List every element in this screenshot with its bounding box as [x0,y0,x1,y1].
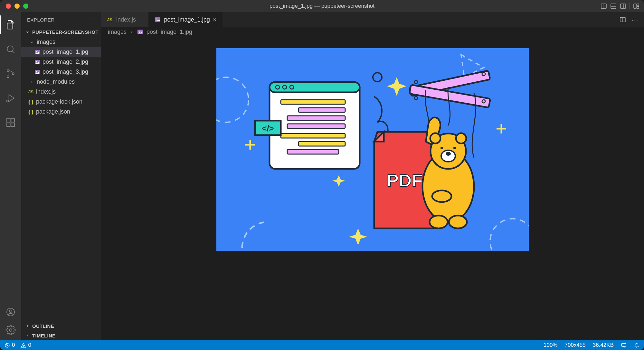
svg-rect-54 [298,108,345,112]
svg-point-16 [7,100,9,102]
svg-point-13 [7,76,9,78]
status-problems[interactable]: 0 0 [5,342,31,348]
activity-accounts[interactable] [0,306,21,318]
image-file-icon [155,17,161,22]
svg-rect-57 [281,134,345,138]
status-filesize[interactable]: 36.42KB [593,342,614,348]
file-tree: PUPPETEER-SCREENSHOT images post_image_1… [21,27,101,321]
svg-point-27 [36,61,37,62]
svg-rect-19 [11,123,14,126]
toggle-primary-sidebar-icon[interactable] [601,3,607,9]
svg-rect-18 [7,123,10,126]
toggle-panel-icon[interactable] [610,3,617,9]
activity-source-control[interactable] [0,64,21,83]
explorer-more-icon[interactable]: ··· [89,16,95,23]
editor-tabs: JS index.js × post_image_1.jpg × ··· [101,12,644,27]
svg-point-78 [430,216,448,228]
section-timeline[interactable]: TIMELINE [21,331,101,340]
svg-rect-56 [287,124,345,128]
svg-rect-8 [637,6,639,8]
chevron-right-icon [130,30,134,34]
window-close-button[interactable] [6,4,11,9]
status-bell-icon[interactable] [634,342,639,348]
toggle-secondary-sidebar-icon[interactable] [620,3,626,9]
tab-post-image-1[interactable]: post_image_1.jpg × [149,12,223,27]
status-zoom[interactable]: 100% [544,342,557,348]
activity-extensions[interactable] [0,113,21,132]
titlebar-actions [601,3,639,9]
folder-node-modules[interactable]: node_modules [21,77,101,87]
editor-tab-actions: ··· [614,12,644,27]
tab-index-js[interactable]: JS index.js × [101,12,149,27]
window-maximize-button[interactable] [23,4,28,9]
section-outline[interactable]: OUTLINE [21,321,101,331]
image-file-icon [34,60,41,64]
vscode-window: post_image_1.jpg — puppeteer-screenshot [0,0,644,350]
breadcrumb-part: post_image_1.jpg [147,29,192,35]
svg-text:PDF: PDF [387,170,423,190]
js-file-icon: JS [107,17,113,22]
window-minimize-button[interactable] [14,4,20,9]
explorer-title: EXPLORER [27,17,55,23]
file-label: index.js [36,88,56,95]
svg-point-75 [446,152,451,156]
svg-point-80 [432,190,451,202]
image-file-icon [34,70,41,74]
status-dimensions[interactable]: 700x455 [565,342,586,348]
activity-run-debug[interactable] [0,89,21,107]
chevron-down-icon [24,29,30,35]
svg-point-25 [36,51,37,52]
svg-rect-0 [601,4,606,8]
svg-rect-53 [281,100,345,104]
svg-point-22 [9,310,12,312]
folder-label: images [37,39,55,45]
image-viewer[interactable]: </> [101,37,644,340]
activity-explorer[interactable] [0,15,21,34]
svg-point-29 [36,71,37,72]
svg-point-79 [449,216,467,228]
split-editor-icon[interactable] [620,16,626,23]
explorer-sidebar: EXPLORER ··· PUPPETEER-SCREENSHOT images… [21,12,101,340]
file-post-image-2[interactable]: post_image_2.jpg [21,57,101,67]
image-preview: </> [216,48,529,251]
more-actions-icon[interactable]: ··· [632,16,638,23]
traffic-lights [6,4,28,9]
folder-images[interactable]: images [21,37,101,47]
svg-point-76 [440,147,443,149]
breadcrumb-part: images [108,29,127,35]
window-title: post_image_1.jpg — puppeteer-screenshot [270,3,374,9]
editor-group: JS index.js × post_image_1.jpg × ··· ima… [101,12,644,340]
file-package-json[interactable]: { } package.json [21,107,101,117]
svg-rect-55 [287,116,345,120]
status-feedback-icon[interactable] [621,342,627,348]
breadcrumbs[interactable]: images post_image_1.jpg [101,27,644,37]
file-post-image-1[interactable]: post_image_1.jpg [21,47,101,57]
file-package-lock[interactable]: { } package-lock.json [21,97,101,107]
svg-point-72 [430,133,440,143]
tab-label: index.js [116,16,136,23]
customize-layout-icon[interactable] [633,3,639,9]
close-icon[interactable]: × [213,16,217,23]
explorer-header: EXPLORER ··· [21,12,101,27]
chevron-right-icon [24,333,30,338]
svg-point-73 [456,133,466,143]
chevron-right-icon [29,79,35,85]
file-index-js[interactable]: JS index.js [21,87,101,97]
warning-count: 0 [28,342,31,348]
chevron-right-icon [24,323,30,329]
file-post-image-3[interactable]: post_image_3.jpg [21,67,101,77]
svg-point-85 [23,346,24,347]
svg-point-10 [7,46,13,52]
activity-search[interactable] [0,40,21,59]
sidebar-bottom-sections: OUTLINE TIMELINE [21,321,101,340]
titlebar-separator [630,3,630,9]
svg-rect-58 [298,142,345,146]
svg-rect-7 [637,4,639,6]
file-label: post_image_3.jpg [43,69,88,75]
folder-label: node_modules [37,78,75,85]
svg-rect-4 [620,4,626,8]
workspace-root[interactable]: PUPPETEER-SCREENSHOT [21,27,101,37]
tab-label: post_image_1.jpg [164,16,210,23]
error-icon [5,343,10,348]
activity-settings[interactable] [0,324,21,336]
